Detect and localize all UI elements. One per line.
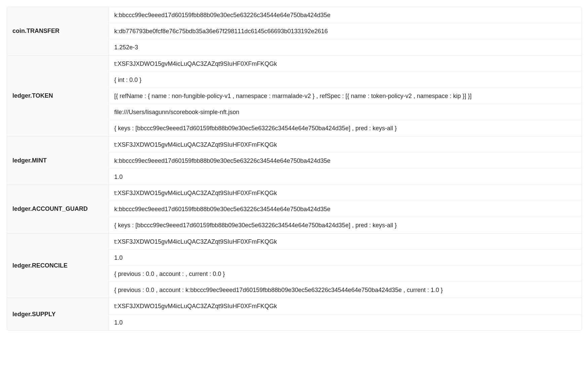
event-value: { keys : [bbccc99ec9eeed17d60159fbb88b09… xyxy=(109,120,582,136)
event-value: t:XSF3JXDWO15gvM4icLuQAC3ZAZqt9SIuHF0XFm… xyxy=(109,185,582,201)
event-value: { previous : 0.0 , account : k:bbccc99ec… xyxy=(109,282,582,298)
event-value: k:bbccc99ec9eeed17d60159fbb88b09e30ec5e6… xyxy=(109,201,582,217)
event-value: { previous : 0.0 , account : , current :… xyxy=(109,266,582,282)
event-value: k:db776793be0fcf8e76c75bdb35a36e67f29811… xyxy=(109,23,582,39)
event-label: ledger.SUPPLY xyxy=(7,298,109,330)
event-value: k:bbccc99ec9eeed17d60159fbb88b09e30ec5e6… xyxy=(109,7,582,23)
table-row: ledger.SUPPLYt:XSF3JXDWO15gvM4icLuQAC3ZA… xyxy=(7,298,582,330)
event-value: t:XSF3JXDWO15gvM4icLuQAC3ZAZqt9SIuHF0XFm… xyxy=(109,56,582,72)
event-values: t:XSF3JXDWO15gvM4icLuQAC3ZAZqt9SIuHF0XFm… xyxy=(109,185,582,233)
event-label: ledger.MINT xyxy=(7,137,109,185)
event-value: 1.252e-3 xyxy=(109,39,582,55)
event-label: coin.TRANSFER xyxy=(7,7,109,55)
table-row: ledger.MINTt:XSF3JXDWO15gvM4icLuQAC3ZAZq… xyxy=(7,137,582,185)
event-values: t:XSF3JXDWO15gvM4icLuQAC3ZAZqt9SIuHF0XFm… xyxy=(109,137,582,185)
table-row: ledger.ACCOUNT_GUARDt:XSF3JXDWO15gvM4icL… xyxy=(7,185,582,234)
event-value: { keys : [bbccc99ec9eeed17d60159fbb88b09… xyxy=(109,217,582,233)
event-value: 1.0 xyxy=(109,315,582,330)
event-label: ledger.TOKEN xyxy=(7,56,109,136)
event-values: t:XSF3JXDWO15gvM4icLuQAC3ZAZqt9SIuHF0XFm… xyxy=(109,298,582,330)
event-value: 1.0 xyxy=(109,250,582,266)
table-row: ledger.RECONCILEt:XSF3JXDWO15gvM4icLuQAC… xyxy=(7,234,582,298)
event-value: k:bbccc99ec9eeed17d60159fbb88b09e30ec5e6… xyxy=(109,153,582,169)
event-value: t:XSF3JXDWO15gvM4icLuQAC3ZAZqt9SIuHF0XFm… xyxy=(109,298,582,314)
event-value: { int : 0.0 } xyxy=(109,72,582,88)
event-value: t:XSF3JXDWO15gvM4icLuQAC3ZAZqt9SIuHF0XFm… xyxy=(109,234,582,250)
event-label: ledger.ACCOUNT_GUARD xyxy=(7,185,109,233)
event-value: 1.0 xyxy=(109,169,582,185)
events-table: coin.TRANSFERk:bbccc99ec9eeed17d60159fbb… xyxy=(7,7,582,331)
event-values: k:bbccc99ec9eeed17d60159fbb88b09e30ec5e6… xyxy=(109,7,582,55)
table-row: ledger.TOKENt:XSF3JXDWO15gvM4icLuQAC3ZAZ… xyxy=(7,56,582,137)
event-value: [{ refName : { name : non-fungible-polic… xyxy=(109,88,582,104)
event-value: file:///Users/lisagunn/scorebook-simple-… xyxy=(109,104,582,120)
event-values: t:XSF3JXDWO15gvM4icLuQAC3ZAZqt9SIuHF0XFm… xyxy=(109,56,582,136)
event-values: t:XSF3JXDWO15gvM4icLuQAC3ZAZqt9SIuHF0XFm… xyxy=(109,234,582,298)
event-label: ledger.RECONCILE xyxy=(7,234,109,298)
table-row: coin.TRANSFERk:bbccc99ec9eeed17d60159fbb… xyxy=(7,7,582,56)
event-value: t:XSF3JXDWO15gvM4icLuQAC3ZAZqt9SIuHF0XFm… xyxy=(109,137,582,153)
